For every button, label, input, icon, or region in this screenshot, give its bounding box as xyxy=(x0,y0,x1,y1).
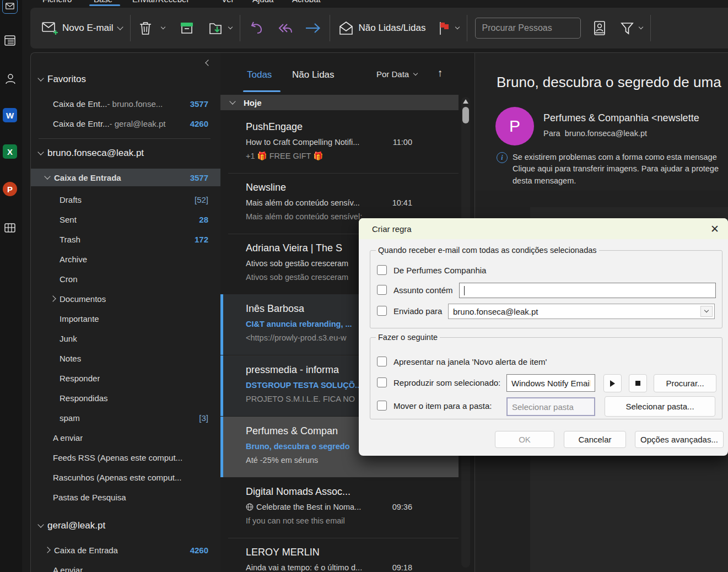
menu-ver[interactable]: Ver xyxy=(222,0,234,6)
account-header[interactable]: geral@leak.pt xyxy=(39,520,105,531)
sidebar-item-drafts[interactable]: Drafts[52] xyxy=(31,191,220,208)
sort-direction-button[interactable]: ↑ xyxy=(438,67,443,79)
sender-address[interactable]: Perfumes & Companhia <newslette xyxy=(543,112,728,124)
delete-button[interactable] xyxy=(138,20,165,36)
word-icon[interactable]: W xyxy=(2,107,18,123)
forward-button[interactable] xyxy=(304,21,322,35)
favorite-item[interactable]: Caixa de Entr... - geral@leak.pt 4260 xyxy=(31,115,220,132)
subject-contains-input[interactable] xyxy=(459,283,716,298)
sidebar-item-pastas-pesquisa[interactable]: Pastas de Pesquisa xyxy=(31,488,220,506)
unread-read-button[interactable]: Não Lidas/Lidas xyxy=(338,20,426,36)
from-checkbox[interactable] xyxy=(377,265,387,275)
powerpoint-icon[interactable]: P xyxy=(2,181,18,197)
excel-icon[interactable]: X xyxy=(2,143,18,160)
alert-window-checkbox[interactable] xyxy=(377,357,387,366)
sender-avatar[interactable]: P xyxy=(495,107,534,145)
sidebar-item-archive[interactable]: Archive xyxy=(31,250,220,268)
search-people-input[interactable] xyxy=(475,18,581,39)
undo-button[interactable] xyxy=(248,21,265,35)
target-folder-field[interactable]: Selecionar pasta xyxy=(506,397,595,416)
sidebar-item-junk[interactable]: Junk xyxy=(31,330,220,347)
email-row[interactable]: LEROY MERLIN Ainda vai a tempo: é o últi… xyxy=(220,538,459,572)
combobox-dropdown-button[interactable] xyxy=(700,306,713,317)
ribbon-toolbar: Novo E-mail xyxy=(30,8,728,48)
sidebar-item-spam[interactable]: spam[3] xyxy=(31,409,220,427)
sidebar-item-feeds-rss[interactable]: Feeds RSS (Apenas este comput... xyxy=(31,449,220,466)
account-header[interactable]: bruno.fonseca@leak.pt xyxy=(39,148,144,159)
stop-sound-button[interactable] xyxy=(629,374,647,392)
toolbar-divider xyxy=(330,15,330,41)
sidebar-item-inbox-geral[interactable]: Caixa de Entrada 4260 xyxy=(31,541,220,559)
image-warning-line[interactable]: Clique aqui para transferir imagens. Par… xyxy=(513,164,728,173)
sidebar-item-notes[interactable]: Notes xyxy=(31,349,220,367)
email-row[interactable]: Digital Nomads Assoc... Celebrate the Be… xyxy=(220,477,459,538)
flag-chevron-icon[interactable] xyxy=(455,25,459,29)
scrollbar-thumb[interactable] xyxy=(462,107,469,123)
sidebar-item-documentos[interactable]: Documentos xyxy=(31,290,220,307)
action-move-row: Mover o item para a pasta: Selecionar pa… xyxy=(370,400,722,413)
subject-checkbox[interactable] xyxy=(377,285,387,295)
flag-button[interactable] xyxy=(437,20,459,36)
sidebar-item-a-enviar-geral[interactable]: A enviar xyxy=(31,561,220,572)
calendar-icon[interactable] xyxy=(2,32,18,48)
chevron-right-icon xyxy=(50,295,56,301)
favorite-item[interactable]: Caixa de Ent... - bruno.fonse... 3577 xyxy=(31,95,220,112)
favorites-header[interactable]: Favoritos xyxy=(39,74,86,85)
move-to-button[interactable] xyxy=(208,20,232,36)
sort-by-button[interactable]: Por Data xyxy=(376,69,417,79)
move-to-folder-checkbox[interactable] xyxy=(377,401,387,411)
menu-ajuda[interactable]: Ajuda xyxy=(252,0,273,6)
sidebar-item-importante[interactable]: Importante xyxy=(31,310,220,327)
menu-acrobat[interactable]: Acrobat xyxy=(292,0,321,6)
move-to-chevron-icon[interactable] xyxy=(228,25,232,29)
dialog-titlebar[interactable]: Criar regra ✕ xyxy=(359,218,728,239)
delete-chevron-icon[interactable] xyxy=(160,25,165,29)
tab-todas[interactable]: Todas xyxy=(247,69,272,80)
cancel-button[interactable]: Cancelar xyxy=(564,431,626,448)
sidebar-item-cron[interactable]: Cron xyxy=(31,270,220,288)
sidebar-item-sent[interactable]: Sent28 xyxy=(31,211,220,228)
mail-icon[interactable] xyxy=(2,0,18,14)
sidebar-item-trash[interactable]: Trash172 xyxy=(31,230,220,248)
sent-to-combobox[interactable]: bruno.fonseca@leak.pt xyxy=(448,304,715,319)
toolbar-divider xyxy=(240,15,240,41)
sidebar-item-rascunhos[interactable]: Rascunhos (Apenas este comput... xyxy=(31,468,220,486)
menu-ficheiro[interactable]: Ficheiro xyxy=(42,0,72,6)
close-icon[interactable]: ✕ xyxy=(709,223,721,235)
trash-icon xyxy=(138,20,153,36)
archive-button[interactable] xyxy=(179,21,195,35)
tab-nao-lidas[interactable]: Não Lidas xyxy=(292,69,335,80)
open-envelope-icon xyxy=(338,20,354,36)
play-sound-button[interactable] xyxy=(603,374,622,392)
sidebar-item-respondidas[interactable]: Respondidas xyxy=(31,389,220,407)
sidebar-item-inbox[interactable]: Caixa de Entrada 3577 xyxy=(31,169,220,186)
new-email-button[interactable]: Novo E-mail xyxy=(41,21,122,35)
recipient-line: Para bruno.fonseca@leak.pt xyxy=(543,129,647,138)
new-email-icon xyxy=(41,21,58,35)
chevron-down-icon xyxy=(37,75,44,81)
ok-button[interactable]: OK xyxy=(495,431,554,448)
menu-enviar-receber[interactable]: Enviar/Receber xyxy=(132,0,189,6)
people-icon[interactable] xyxy=(2,71,18,87)
sound-file-input[interactable]: Windows Notify Email. xyxy=(506,374,595,392)
filter-button[interactable] xyxy=(619,21,643,35)
reply-all-icon xyxy=(276,21,293,35)
sidebar-item-responder[interactable]: Responder xyxy=(31,369,220,387)
select-folder-button[interactable]: Selecionar pasta... xyxy=(605,396,715,417)
address-book-button[interactable] xyxy=(593,20,606,36)
new-email-chevron-icon[interactable] xyxy=(117,24,123,30)
filter-chevron-icon[interactable] xyxy=(638,25,643,29)
scroll-up-arrow-icon[interactable] xyxy=(463,99,468,104)
advanced-options-button[interactable]: Opções avançadas... xyxy=(635,431,724,448)
forward-icon xyxy=(304,21,322,35)
actions-group: Fazer o seguinte Apresentar na janela 'N… xyxy=(370,333,722,419)
sidebar-item-a-enviar[interactable]: A enviar xyxy=(31,429,220,446)
collapse-sidebar-icon[interactable] xyxy=(205,60,211,66)
play-sound-checkbox[interactable] xyxy=(377,377,387,387)
apps-icon[interactable] xyxy=(2,219,18,236)
sent-to-checkbox[interactable] xyxy=(377,306,387,316)
group-header-hoje[interactable]: Hoje xyxy=(220,95,459,110)
browse-button[interactable]: Procurar... xyxy=(654,374,716,392)
reply-all-button[interactable] xyxy=(276,21,293,35)
email-row[interactable]: PushEngage How to Craft Compelling Notif… xyxy=(220,112,459,173)
